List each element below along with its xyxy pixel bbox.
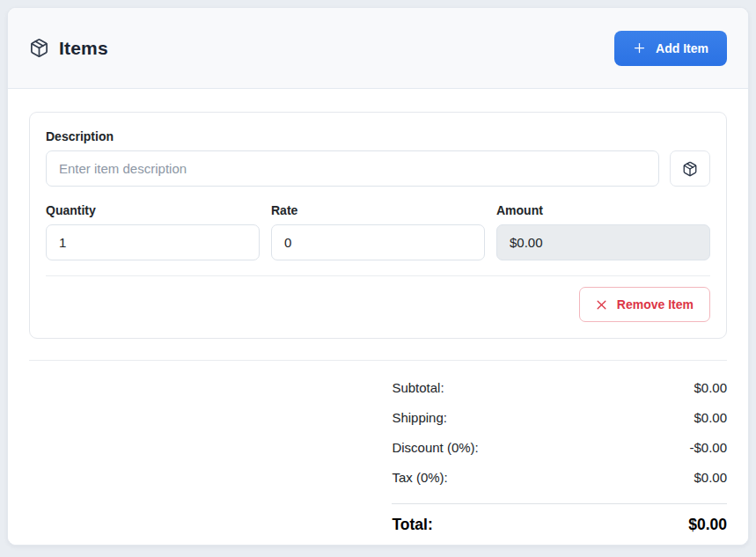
- shipping-label: Shipping:: [392, 410, 447, 425]
- add-item-button[interactable]: Add Item: [614, 31, 727, 66]
- plus-icon: [633, 41, 646, 55]
- tax-label: Tax (0%):: [392, 470, 447, 485]
- remove-row: Remove Item: [46, 287, 710, 322]
- total-value: $0.00: [688, 516, 727, 534]
- x-icon: [596, 299, 607, 311]
- discount-row: Discount (0%): -$0.00: [392, 440, 727, 455]
- subtotal-label: Subtotal:: [392, 380, 444, 395]
- shipping-row: Shipping: $0.00: [392, 410, 727, 425]
- discount-value: -$0.00: [689, 440, 727, 455]
- item-row-card: Description Quantity: [29, 112, 727, 339]
- items-card-body: Description Quantity: [8, 89, 748, 546]
- page-title: Items: [59, 38, 108, 59]
- amount-readonly-field: [496, 224, 710, 260]
- quantity-input[interactable]: [46, 224, 260, 260]
- description-label: Description: [46, 129, 710, 143]
- remove-item-button-label: Remove Item: [617, 297, 694, 311]
- package-icon: [29, 38, 49, 58]
- tax-row: Tax (0%): $0.00: [392, 470, 727, 485]
- subtotal-row: Subtotal: $0.00: [392, 380, 727, 395]
- add-item-button-label: Add Item: [656, 41, 708, 55]
- description-row: [46, 150, 710, 187]
- tax-value: $0.00: [694, 470, 727, 485]
- total-row: Total: $0.00: [392, 504, 727, 534]
- remove-item-button[interactable]: Remove Item: [579, 287, 710, 322]
- rate-input[interactable]: [271, 224, 485, 260]
- totals-panel: Subtotal: $0.00 Shipping: $0.00 Discount…: [392, 380, 727, 534]
- items-card: Items Add Item Description: [7, 7, 749, 546]
- description-input[interactable]: [46, 150, 659, 187]
- discount-label: Discount (0%):: [392, 440, 478, 455]
- shipping-value: $0.00: [694, 410, 727, 425]
- quantity-label: Quantity: [46, 203, 260, 217]
- items-card-header: Items Add Item: [8, 8, 748, 89]
- title-group: Items: [29, 38, 108, 59]
- amount-field-group: Amount: [496, 203, 710, 260]
- totals-section-divider: [29, 360, 727, 361]
- item-lookup-button[interactable]: [670, 150, 710, 187]
- total-label: Total:: [392, 516, 432, 534]
- rate-label: Rate: [271, 203, 485, 217]
- package-icon: [682, 161, 698, 177]
- amount-label: Amount: [496, 203, 710, 217]
- item-divider: [46, 275, 710, 276]
- rate-field-group: Rate: [271, 203, 485, 260]
- item-fields-grid: Quantity Rate Amount: [46, 203, 710, 260]
- quantity-field-group: Quantity: [46, 203, 260, 260]
- subtotal-value: $0.00: [694, 380, 727, 395]
